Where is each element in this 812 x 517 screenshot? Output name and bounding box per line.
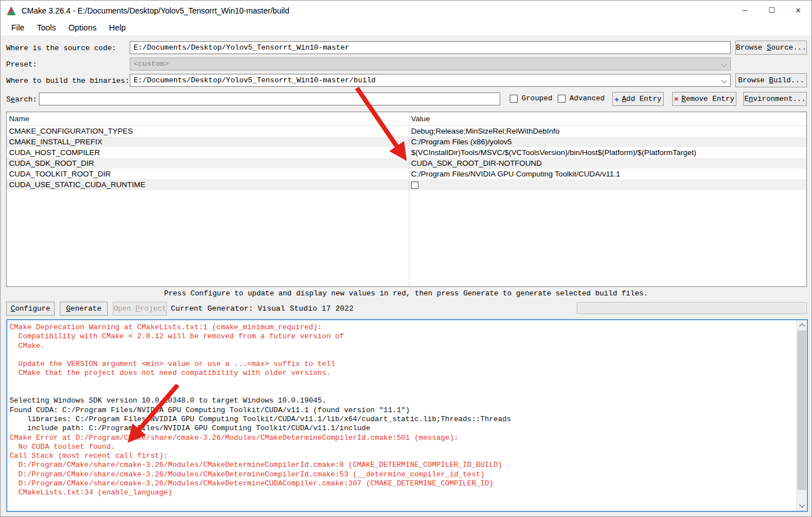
cache-entry-value: CUDA_SDK_ROOT_DIR-NOTFOUND <box>409 159 806 167</box>
build-binaries-value: E:/Documents/Desktop/Yolov5_Tensorrt_Win… <box>134 76 376 85</box>
close-button[interactable]: ✕ <box>785 1 811 20</box>
menu-bar: FileToolsOptionsHelp <box>1 20 811 36</box>
chevron-up-icon <box>799 324 805 329</box>
cache-entry-value[interactable] <box>409 180 806 189</box>
log-line: Update the VERSION argument <min> value … <box>10 360 793 369</box>
log-line <box>10 387 793 396</box>
search-label: Search: <box>6 95 37 104</box>
output-log[interactable]: CMake Deprecation Warning at CMakeLists.… <box>6 319 808 512</box>
column-header-name[interactable]: Name <box>7 114 409 123</box>
maximize-icon: ☐ <box>769 6 775 15</box>
checkbox-icon <box>510 95 518 103</box>
minimize-icon: − <box>742 6 748 15</box>
cache-variables-table: Name Value CMAKE_CONFIGURATION_TYPESDebu… <box>6 112 807 287</box>
table-header: Name Value <box>7 112 806 126</box>
advanced-checkbox[interactable]: Advanced <box>558 94 604 103</box>
table-row[interactable]: CMAKE_CONFIGURATION_TYPESDebug;Release;M… <box>7 126 806 136</box>
cache-entry-value: C:/Program Files (x86)/yolov5 <box>409 138 806 146</box>
environment-button[interactable]: Environment... <box>743 92 807 106</box>
menu-item-options[interactable]: Options <box>62 21 103 35</box>
log-line: CMakeLists.txt:34 (enable_language) <box>10 488 793 497</box>
cache-entry-value: $(VCInstallDir)Tools/MSVC/$(VCToolsVersi… <box>409 148 806 157</box>
scroll-down-button[interactable] <box>797 501 807 511</box>
current-generator-text: Current Generator: Visual Studio 17 2022 <box>171 304 354 313</box>
cross-icon: ✖ <box>674 95 679 104</box>
cache-entry-value: Debug;Release;MinSizeRel;RelWithDebInfo <box>409 127 806 135</box>
log-scrollbar[interactable] <box>796 320 807 511</box>
log-line: CMake Deprecation Warning at CMakeLists.… <box>10 323 793 332</box>
remove-entry-button[interactable]: ✖Remove Entry <box>672 92 736 106</box>
grouped-checkbox[interactable]: Grouped <box>510 94 553 103</box>
menu-item-file[interactable]: File <box>5 21 30 35</box>
menu-item-tools[interactable]: Tools <box>30 21 62 35</box>
log-line: D:/Program/CMake/share/cmake-3.26/Module… <box>10 479 793 488</box>
log-line <box>10 378 793 387</box>
cache-entry-name: CUDA_USE_STATIC_CUDA_RUNTIME <box>7 180 409 189</box>
preset-combo[interactable]: <custom> <box>130 58 731 70</box>
cache-table-body: CMAKE_CONFIGURATION_TYPESDebug;Release;M… <box>7 126 806 190</box>
cmake-logo-icon <box>6 5 17 16</box>
preset-value: <custom> <box>134 60 169 68</box>
menu-item-help[interactable]: Help <box>103 21 132 35</box>
cache-entry-name: CMAKE_CONFIGURATION_TYPES <box>7 127 409 135</box>
scrollbar-thumb[interactable] <box>797 330 806 490</box>
table-row[interactable]: CUDA_HOST_COMPILER$(VCInstallDir)Tools/M… <box>7 147 806 158</box>
cache-entry-name: CUDA_SDK_ROOT_DIR <box>7 159 409 167</box>
log-line: D:/Program/CMake/share/cmake-3.26/Module… <box>10 470 793 479</box>
browse-build-button[interactable]: Browse Build... <box>735 73 807 87</box>
chevron-down-icon <box>721 61 727 67</box>
configure-button[interactable]: Configure <box>6 302 55 316</box>
source-code-label: Where is the source code: <box>6 44 116 52</box>
plus-icon: ✚ <box>615 95 619 104</box>
status-hint: Press Configure to update and display ne… <box>1 289 811 298</box>
chevron-down-icon <box>721 78 727 83</box>
maximize-button[interactable]: ☐ <box>758 1 785 20</box>
cmake-window: CMake 3.26.4 - E:/Documents/Desktop/Yolo… <box>0 0 812 517</box>
scroll-up-button[interactable] <box>797 320 807 330</box>
cache-entry-value: C:/Program Files/NVIDIA GPU Computing To… <box>409 170 806 178</box>
search-input[interactable] <box>39 92 500 105</box>
source-code-value: E:/Documents/Desktop/Yolov5_Tensorrt_Win… <box>134 43 349 52</box>
window-title: CMake 3.26.4 - E:/Documents/Desktop/Yolo… <box>21 6 289 15</box>
progress-bar <box>577 302 807 314</box>
generate-button[interactable]: Generate <box>60 302 108 316</box>
preset-label: Preset: <box>6 60 37 69</box>
column-divider[interactable] <box>409 112 409 286</box>
table-row[interactable]: CUDA_SDK_ROOT_DIRCUDA_SDK_ROOT_DIR-NOTFO… <box>7 158 806 169</box>
table-row[interactable]: CMAKE_INSTALL_PREFIXC:/Program Files (x8… <box>7 136 806 147</box>
title-bar: CMake 3.26.4 - E:/Documents/Desktop/Yolo… <box>1 1 811 20</box>
minimize-button[interactable]: − <box>732 1 758 20</box>
cache-entry-name: CMAKE_INSTALL_PREFIX <box>7 138 409 146</box>
log-line: include path: C:/Program Files/NVIDIA GP… <box>10 424 793 433</box>
chevron-down-icon <box>799 502 805 508</box>
checkbox-icon <box>558 95 566 103</box>
table-row[interactable]: CUDA_USE_STATIC_CUDA_RUNTIME <box>7 179 806 190</box>
column-header-value[interactable]: Value <box>409 114 430 123</box>
log-line: Call Stack (most recent call first): <box>10 452 793 461</box>
output-log-text: CMake Deprecation Warning at CMakeLists.… <box>10 323 793 498</box>
log-line: Selecting Windows SDK version 10.0.20348… <box>10 396 793 405</box>
advanced-label: Advanced <box>570 94 604 103</box>
open-project-button[interactable]: Open Project <box>113 302 167 316</box>
log-line: D:/Program/CMake/share/cmake-3.26/Module… <box>10 461 793 470</box>
log-line: CMake Error at D:/Program/CMake/share/cm… <box>10 434 793 443</box>
build-binaries-combo[interactable]: E:/Documents/Desktop/Yolov5_Tensorrt_Win… <box>130 74 731 87</box>
source-code-input[interactable]: E:/Documents/Desktop/Yolov5_Tensorrt_Win… <box>130 41 731 54</box>
log-line: libraries: C:/Program Files/NVIDIA GPU C… <box>10 415 793 424</box>
close-icon: ✕ <box>795 6 801 15</box>
value-checkbox[interactable] <box>411 182 418 189</box>
log-line: CMake. <box>10 342 793 351</box>
cache-entry-name: CUDA_TOOLKIT_ROOT_DIR <box>7 170 409 178</box>
log-line: Found CUDA: C:/Program Files/NVIDIA GPU … <box>10 406 793 415</box>
log-line <box>10 351 793 360</box>
cache-entry-name: CUDA_HOST_COMPILER <box>7 148 409 157</box>
build-binaries-label: Where to build the binaries: <box>6 77 129 85</box>
log-line: CMake that the project does not need com… <box>10 369 793 378</box>
browse-source-button[interactable]: Browse Source... <box>735 41 807 55</box>
grouped-label: Grouped <box>522 94 553 103</box>
log-line: No CUDA toolset found. <box>10 443 793 452</box>
table-row[interactable]: CUDA_TOOLKIT_ROOT_DIRC:/Program Files/NV… <box>7 169 806 179</box>
add-entry-button[interactable]: ✚Add Entry <box>612 92 664 106</box>
log-line: Compatibility with CMake < 2.8.12 will b… <box>10 332 793 341</box>
